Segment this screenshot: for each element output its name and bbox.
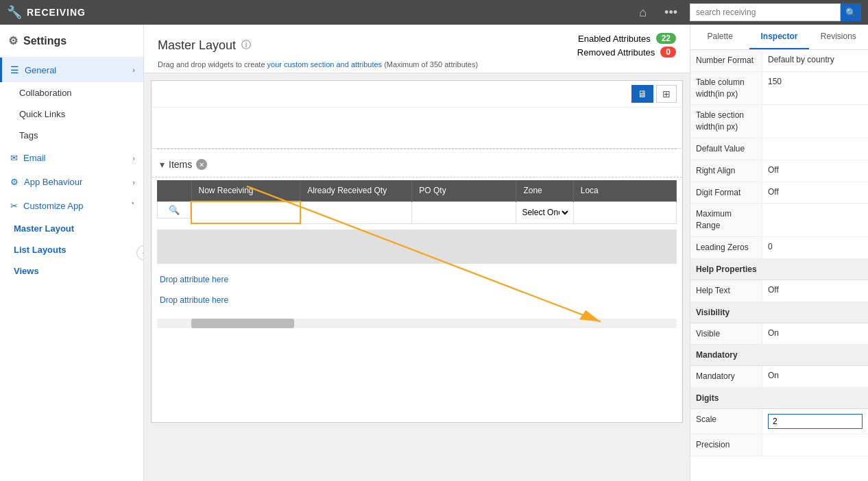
- right-panel: Palette Inspector Revisions Number Forma…: [690, 25, 868, 481]
- grid-view-button[interactable]: ⊞: [656, 85, 677, 103]
- search-input[interactable]: [690, 3, 841, 21]
- topbar: 🔧 RECEIVING ⌂ ••• 🔍: [0, 0, 868, 25]
- content-subtitle: Drag and drop widgets to create your cus…: [158, 60, 676, 69]
- prop-precision-label: Precision: [690, 434, 762, 456]
- views-link-label: Views: [14, 266, 39, 276]
- prop-right-align: Right Align Off: [690, 160, 868, 182]
- tab-inspector[interactable]: Inspector: [749, 25, 808, 49]
- prop-help-text: Help Text Off: [690, 280, 868, 302]
- brand-label: RECEIVING: [27, 7, 86, 18]
- sidebar-item-collaboration[interactable]: Collaboration: [0, 82, 143, 103]
- chevron-right-icon: ›: [132, 66, 135, 74]
- tab-revisions[interactable]: Revisions: [809, 25, 868, 49]
- now-receiving-cell[interactable]: [191, 201, 300, 223]
- prop-digit-format: Digit Format Off: [690, 182, 868, 204]
- scroll-thumb[interactable]: [191, 319, 294, 328]
- col-header-po-qty: PO Qty: [412, 180, 516, 201]
- col-header-already-received: Already Received Qty: [300, 180, 412, 201]
- items-table-wrapper: Now Receiving Already Received Qty PO Qt…: [152, 180, 682, 224]
- items-collapse-icon[interactable]: ▾: [160, 159, 165, 170]
- customize-app-chevron-icon: ˅: [131, 201, 135, 210]
- sidebar-item-email[interactable]: ✉ Email ›: [0, 146, 143, 170]
- sidebar-item-customize-app[interactable]: ✂ Customize App ˅: [0, 194, 143, 218]
- col-header-zone: Zone: [516, 180, 573, 201]
- items-table: Now Receiving Already Received Qty PO Qt…: [157, 180, 677, 224]
- sidebar-item-general[interactable]: ☰ General ›: [0, 58, 143, 82]
- prop-table-section-width-label: Table section width(in px): [690, 105, 762, 138]
- master-layout-link-label: Master Layout: [14, 223, 74, 234]
- enabled-attributes-label: Enabled Attributes: [578, 34, 651, 44]
- zone-cell[interactable]: Select One: [516, 201, 573, 223]
- loca-input[interactable]: [577, 205, 673, 220]
- items-header: ▾ Items ✕: [152, 155, 682, 174]
- horizontal-scrollbar[interactable]: [157, 319, 677, 328]
- row-search-button[interactable]: 🔍: [169, 205, 180, 215]
- tab-palette[interactable]: Palette: [690, 25, 749, 49]
- prop-table-column-width-label: Table column width(in px): [690, 72, 762, 105]
- section-mandatory: Mandatory: [690, 345, 868, 366]
- list-layouts-link-label: List Layouts: [14, 245, 67, 255]
- prop-help-text-label: Help Text: [690, 280, 762, 301]
- prop-help-text-value: Off: [762, 280, 868, 301]
- quick-links-label: Quick Links: [19, 109, 65, 119]
- prop-right-align-label: Right Align: [690, 160, 762, 182]
- po-qty-input[interactable]: [415, 205, 513, 220]
- customize-app-label: Customize App: [23, 201, 83, 211]
- prop-default-value-label: Default Value: [690, 138, 762, 160]
- desktop-view-button[interactable]: 🖥: [631, 85, 653, 103]
- loca-cell[interactable]: [573, 201, 676, 223]
- sidebar-link-views[interactable]: Views: [0, 260, 143, 282]
- prop-digit-format-value: Off: [762, 182, 868, 204]
- tab-inspector-label: Inspector: [760, 32, 797, 41]
- sidebar-item-app-behaviour[interactable]: ⚙ App Behaviour ›: [0, 170, 143, 194]
- already-received-cell[interactable]: [300, 201, 412, 223]
- prop-scale-label: Scale: [690, 409, 762, 434]
- more-button[interactable]: •••: [659, 3, 683, 23]
- items-section: ▾ Items ✕ Now Receiving Alread: [152, 149, 682, 316]
- prop-leading-zeros-value: 0: [762, 237, 868, 258]
- zone-select[interactable]: Select One: [519, 207, 570, 218]
- items-remove-icon[interactable]: ✕: [196, 159, 207, 170]
- general-icon: ☰: [10, 64, 19, 75]
- sidebar-item-quick-links[interactable]: Quick Links: [0, 103, 143, 125]
- prop-scale-cell[interactable]: [762, 409, 868, 434]
- prop-precision: Precision: [690, 434, 868, 456]
- prop-visible-label: Visible: [690, 323, 762, 345]
- sidebar-link-master-layout[interactable]: Master Layout: [0, 218, 143, 239]
- canvas-wrapper: 🖥 ⊞ ▾ Items ✕: [144, 73, 690, 481]
- search-button[interactable]: 🔍: [841, 3, 861, 21]
- email-label: Email: [23, 153, 46, 163]
- right-panel-body: Number Format Default by country Table c…: [690, 50, 868, 481]
- removed-attributes-badge: 0: [660, 47, 676, 58]
- home-button[interactable]: ⌂: [634, 3, 652, 23]
- po-qty-cell[interactable]: [412, 201, 516, 223]
- brand-icon: 🔧: [7, 5, 23, 20]
- already-received-input[interactable]: [304, 205, 409, 220]
- canvas: 🖥 ⊞ ▾ Items ✕: [151, 80, 683, 423]
- info-icon[interactable]: ⓘ: [241, 39, 251, 51]
- drop-zone-1[interactable]: Drop attribute here: [152, 269, 682, 290]
- col-header-loca: Loca: [573, 180, 676, 201]
- sidebar-item-tags[interactable]: Tags: [0, 125, 143, 146]
- content-area: Master Layout ⓘ Enabled Attributes 22 Re…: [144, 25, 690, 481]
- scale-input[interactable]: [768, 414, 863, 429]
- sidebar-link-list-layouts[interactable]: List Layouts: [0, 239, 143, 260]
- drop-zone-2-label: Drop attribute here: [160, 295, 228, 305]
- sidebar: ⚙ Settings ☰ General › Collaboration Qui…: [0, 25, 144, 481]
- page-title: Master Layout: [158, 38, 236, 53]
- gray-section-row: [157, 230, 677, 264]
- enabled-attributes-row: Enabled Attributes 22: [578, 33, 676, 44]
- tab-palette-label: Palette: [707, 32, 732, 41]
- drop-zone-2[interactable]: Drop attribute here: [152, 290, 682, 310]
- prop-default-value: Default Value: [690, 138, 868, 160]
- prop-number-format: Number Format Default by country: [690, 50, 868, 72]
- customize-app-icon: ✂: [10, 201, 18, 211]
- app-behaviour-icon: ⚙: [10, 177, 19, 187]
- prop-default-value-value: [762, 138, 868, 160]
- canvas-toolbar: 🖥 ⊞: [152, 81, 682, 108]
- prop-scale: Scale: [690, 409, 868, 434]
- now-receiving-input[interactable]: [195, 205, 297, 220]
- items-label: Items: [169, 159, 192, 170]
- subtitle-link[interactable]: your custom section and attributes: [267, 60, 383, 69]
- prop-visible: Visible On: [690, 323, 868, 345]
